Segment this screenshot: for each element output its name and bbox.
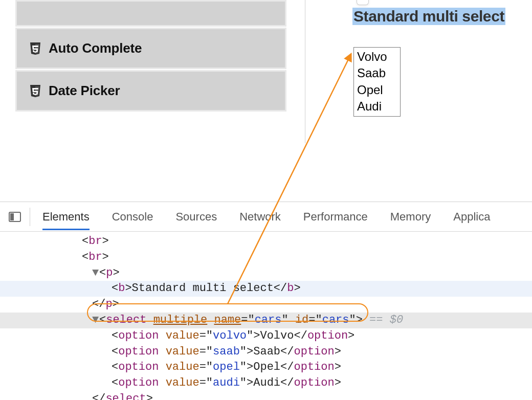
elements-dom-tree[interactable]: <br> <br> ▼<p> <b>Standard multi select<… — [0, 232, 532, 400]
dom-node-option[interactable]: <option value="volvo">Volvo</option> — [0, 328, 532, 344]
dom-node-b[interactable]: <b>Standard multi select</b> — [0, 281, 532, 297]
dom-node-select-open[interactable]: ▼<select multiple name="cars" id="cars">… — [0, 313, 532, 328]
tab-elements[interactable]: Elements — [42, 203, 90, 230]
select-option-volvo[interactable]: Volvo — [356, 49, 398, 65]
tab-sources[interactable]: Sources — [175, 203, 217, 230]
html5-icon — [29, 41, 41, 56]
dom-node-select-close[interactable]: </select> — [0, 391, 532, 400]
tab-network[interactable]: Network — [239, 203, 281, 230]
dom-node-p-close[interactable]: </p> — [0, 297, 532, 313]
multiselect-heading: Standard multi select — [352, 8, 505, 25]
devtools-tabs: Elements Console Sources Network Perform… — [36, 203, 490, 230]
tooltip-pointer — [357, 0, 369, 5]
cars-multi-select[interactable]: Volvo Saab Opel Audi — [353, 47, 401, 117]
dom-node-option[interactable]: <option value="opel">Opel</option> — [0, 360, 532, 375]
toolbar-separator — [30, 208, 30, 226]
sidebar-item-autocomplete[interactable]: Auto Complete — [15, 28, 286, 69]
dom-node-option[interactable]: <option value="audi">Audi</option> — [0, 375, 532, 391]
devtools-toolbar: Elements Console Sources Network Perform… — [0, 202, 532, 232]
sidebar-item-label: Auto Complete — [49, 40, 142, 56]
dom-node-br[interactable]: <br> — [0, 250, 532, 265]
tab-memory[interactable]: Memory — [390, 203, 431, 230]
devtools-panel: Elements Console Sources Network Perform… — [0, 202, 532, 400]
tab-console[interactable]: Console — [112, 203, 153, 230]
tab-performance[interactable]: Performance — [303, 203, 368, 230]
sidebar-item-stub[interactable] — [15, 0, 286, 27]
sidebar-item-datepicker[interactable]: Date Picker — [15, 70, 286, 112]
sidebar-item-label: Date Picker — [49, 83, 120, 99]
select-option-saab[interactable]: Saab — [356, 65, 398, 81]
tab-application[interactable]: Applica — [453, 203, 490, 230]
dom-node-option[interactable]: <option value="saab">Saab</option> — [0, 344, 532, 360]
svg-rect-1 — [10, 213, 14, 220]
html5-icon — [29, 84, 41, 98]
dock-icon[interactable] — [6, 208, 24, 226]
select-option-opel[interactable]: Opel — [356, 82, 398, 98]
dom-node-p-open[interactable]: ▼<p> — [0, 265, 532, 281]
preview-panel: Standard multi select Volvo Saab Opel Au… — [305, 0, 532, 143]
sidebar: Auto Complete Date Picker — [15, 0, 286, 113]
dom-node-br[interactable]: <br> — [0, 234, 532, 250]
select-option-audi[interactable]: Audi — [356, 98, 398, 115]
